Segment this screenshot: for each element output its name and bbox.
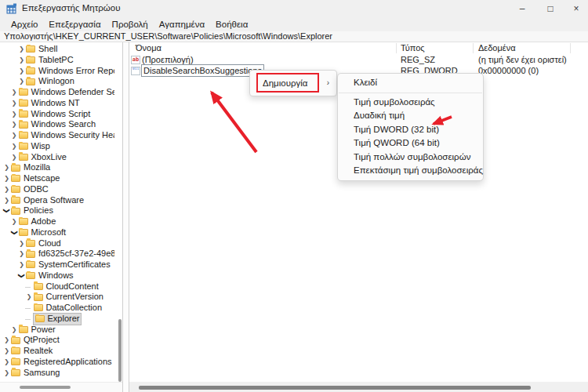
chevron-collapsed-icon[interactable]: ❯ [3,162,10,173]
column-header-2[interactable]: Δεδομένα [478,42,516,53]
tree-item[interactable]: ❯RegisteredApplications [0,357,122,368]
tree-item[interactable]: ❯XboxLive [0,152,122,163]
tree-item-body[interactable]: Windows NT [19,98,80,109]
chevron-collapsed-icon[interactable]: ❯ [11,152,18,163]
tree-item[interactable]: ❯Adobe [0,216,122,227]
tree-item-body[interactable]: Netscape [11,173,60,184]
submenu-item-4[interactable]: Τιμή QWORD (64 bit) [338,136,483,151]
chevron-collapsed-icon[interactable]: ❯ [26,292,33,303]
tree-item-body[interactable]: Wisp [19,141,50,152]
tree-item[interactable]: ❯CurrentVersion [0,292,122,303]
column-separator[interactable] [396,43,397,53]
submenu-item-6[interactable]: Επεκτάσιμη τιμή συμβολοσειράς [338,164,483,178]
chevron-collapsed-icon[interactable]: ❯ [3,173,10,184]
chevron-collapsed-icon[interactable]: ❯ [11,98,18,109]
tree-item-body[interactable]: Windows Error Reportir [26,66,122,77]
chevron-collapsed-icon[interactable]: ❯ [3,184,10,195]
submenu-item-0[interactable]: Κλειδί [338,76,483,90]
chevron-collapsed-icon[interactable]: ❯ [18,66,25,77]
tree-item[interactable]: ❯Windows [0,270,122,281]
tree-item-body[interactable]: Windows Search [19,119,96,130]
minimize-button[interactable]: – [510,0,535,17]
tree-item-body[interactable]: Shell [26,44,57,55]
tree-item[interactable]: ❯Samsung [0,368,122,379]
tree-item-body[interactable]: QtProject [11,335,60,346]
tree-item[interactable]: ❯Microsoft [0,227,122,238]
menubar-item-3[interactable]: Αγαπημένα [154,17,210,31]
tree-item-body[interactable]: Cloud [26,238,61,249]
tree-item-body[interactable]: Mozilla [11,162,50,173]
tree-item-body[interactable]: Windows Security Health [19,130,123,141]
chevron-collapsed-icon[interactable]: ❯ [11,130,18,141]
tree-item-body[interactable]: Samsung [11,368,60,379]
tree-item-body[interactable]: RegisteredApplications [11,357,112,368]
column-header-1[interactable]: Τύπος [401,42,425,53]
tree-item[interactable]: ❯Power [0,325,122,336]
column-header-0[interactable]: Όνομα [136,42,162,53]
tree-item[interactable]: CloudContent [0,281,122,292]
tree-vertical-scrollbar[interactable] [114,42,122,382]
tree-item-body[interactable]: Windows Script [19,109,91,120]
chevron-collapsed-icon[interactable]: ❯ [3,357,10,368]
tree-item-selected[interactable]: Explorer [34,314,82,325]
context-menu-item-new[interactable]: Δημιουργία [263,71,307,96]
tree-item[interactable]: Explorer [0,314,122,325]
tree-item[interactable]: DataCollection [0,303,122,314]
tree-item-body[interactable]: CloudContent [34,281,99,292]
tree-item[interactable]: ❯Realtek [0,346,122,357]
maximize-button[interactable]: □ [538,0,563,17]
tree-item[interactable]: ❯Shell [0,44,122,55]
chevron-collapsed-icon[interactable]: ❯ [18,76,25,87]
column-separator[interactable] [473,43,474,53]
tree-item[interactable]: ❯Windows Script [0,109,122,120]
chevron-collapsed-icon[interactable]: ❯ [11,325,18,336]
tree-item-body[interactable]: Power [19,325,56,336]
tree-item[interactable]: ❯Mozilla [0,162,122,173]
tree-item[interactable]: ❯fd6325cf-37e2-49e8-98 [0,249,122,260]
tree-item[interactable]: ❯Windows NT [0,98,122,109]
chevron-collapsed-icon[interactable]: ❯ [11,87,18,98]
chevron-collapsed-icon[interactable]: ❯ [18,249,25,260]
panel-splitter[interactable] [122,42,129,392]
tree-item-body[interactable]: Microsoft [19,227,67,238]
tree-item[interactable]: ❯SystemCertificates [0,260,122,270]
tree-vertical-scrollbar-thumb[interactable] [118,319,122,382]
chevron-collapsed-icon[interactable]: ❯ [18,260,25,270]
submenu-item-5[interactable]: Τιμή πολλών συμβολοσειρών [338,151,483,165]
menubar-item-2[interactable]: Προβολή [107,17,154,31]
tree-item-body[interactable]: Windows Defender Securit [19,87,123,98]
chevron-collapsed-icon[interactable]: ❯ [3,195,10,206]
tree-item-body[interactable]: CurrentVersion [34,292,103,303]
tree-item[interactable]: ❯Winlogon [0,76,122,87]
tree-item-body[interactable]: XboxLive [19,152,67,163]
chevron-collapsed-icon[interactable]: ❯ [11,109,18,120]
tree-item-body[interactable]: ODBC [11,184,49,195]
tree-item[interactable]: ❯Opera Software [0,195,122,206]
chevron-collapsed-icon[interactable]: ❯ [11,141,18,152]
submenu-item-3[interactable]: Τιμή DWORD (32 bit) [338,123,483,137]
column-separator[interactable] [570,43,571,53]
tree-item[interactable]: ❯Netscape [0,173,122,184]
chevron-collapsed-icon[interactable]: ❯ [3,346,10,357]
chevron-collapsed-icon[interactable]: ❯ [18,44,25,55]
chevron-collapsed-icon[interactable]: ❯ [18,55,25,66]
tree-item[interactable]: ❯Wisp [0,141,122,152]
menubar-item-4[interactable]: Βοήθεια [210,17,253,31]
tree-item[interactable]: ❯Windows Defender Securit [0,87,122,98]
tree-item[interactable]: ❯Windows Error Reportir [0,66,122,77]
tree-item[interactable]: ❯Windows Security Health [0,130,122,141]
tree-item[interactable]: ❯Policies [0,205,122,216]
chevron-collapsed-icon[interactable]: ❯ [11,216,18,227]
chevron-collapsed-icon[interactable]: ❯ [3,368,10,379]
tree-item-body[interactable]: Policies [11,205,53,216]
tree-item[interactable]: ❯TabletPC [0,55,122,66]
value-name[interactable]: (Προεπιλογή) [142,54,194,65]
tree-item-body[interactable]: Opera Software [11,195,84,206]
list-row[interactable]: ab(Προεπιλογή)REG_SZ(η τιμή δεν έχει ορι… [129,54,588,65]
tree-item-body[interactable]: Winlogon [26,76,74,87]
address-bar[interactable]: Υπολογιστής\HKEY_CURRENT_USER\Software\P… [0,31,588,42]
tree-item[interactable]: ❯Windows Search [0,119,122,130]
tree-item-body[interactable]: Realtek [11,346,53,357]
tree-item[interactable]: ❯QtProject [0,335,122,346]
chevron-collapsed-icon[interactable]: ❯ [11,119,18,130]
